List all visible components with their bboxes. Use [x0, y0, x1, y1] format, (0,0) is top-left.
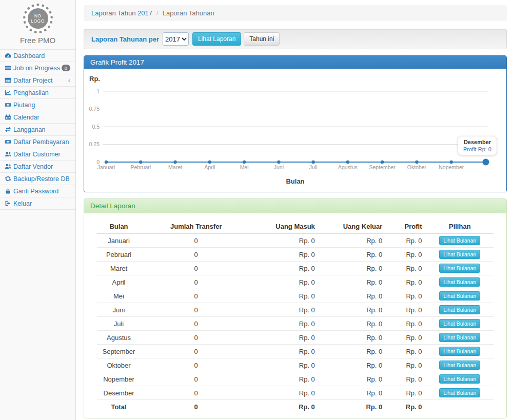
cell-uang-masuk: Rp. 0 [251, 386, 319, 400]
lihat-bulanan-button[interactable]: Lihat Bulanan [439, 333, 480, 342]
lock-icon [5, 188, 13, 194]
svg-text:September: September [369, 164, 396, 170]
sidebar-item-label: Daftar Pembayaran [13, 138, 70, 146]
cell-profit: Rp. 0 [386, 275, 426, 289]
lihat-bulanan-button[interactable]: Lihat Bulanan [439, 388, 480, 397]
cell-jumlah-transfer: 0 [141, 303, 251, 317]
cell-bulan: April [97, 275, 141, 289]
line-chart-icon [5, 89, 13, 96]
sidebar-item-daftar-vendor[interactable]: Daftar Vendor [0, 161, 75, 173]
tasks-icon [5, 65, 13, 71]
lihat-bulanan-button[interactable]: Lihat Bulanan [439, 291, 480, 301]
table-icon [5, 77, 13, 84]
main-content: Laporan Tahun 2017/Laporan Tahunan Lapor… [76, 0, 513, 420]
breadcrumb-link-laporan-tahun[interactable]: Laporan Tahun 2017 [91, 9, 152, 17]
lihat-bulanan-button[interactable]: Lihat Bulanan [439, 374, 480, 384]
sidebar-item-piutang[interactable]: Piutang [0, 99, 75, 111]
cell-jumlah-transfer: 0 [141, 317, 251, 331]
report-table: Bulan Jumlah Transfer Uang Masuk Uang Ke… [97, 219, 494, 413]
total-uang-masuk: Rp. 0 [251, 400, 319, 413]
cell-bulan: Agustus [97, 331, 141, 345]
svg-text:Nopember: Nopember [439, 164, 464, 170]
sidebar-item-calendar[interactable]: Calendar [0, 111, 75, 124]
cell-jumlah-transfer: 0 [141, 248, 251, 262]
lihat-bulanan-button[interactable]: Lihat Bulanan [439, 264, 480, 273]
svg-text:Agustus: Agustus [338, 164, 358, 170]
no-logo-badge: NO LOGO [23, 4, 53, 33]
svg-text:Oktober: Oktober [407, 164, 427, 170]
cell-uang-keluar: Rp. 0 [319, 248, 386, 262]
sidebar-item-backup-restore-db[interactable]: Backup/Restore DB [0, 173, 75, 185]
lihat-bulanan-button[interactable]: Lihat Bulanan [439, 319, 480, 328]
sidebar-item-ganti-password[interactable]: Ganti Password [0, 185, 75, 197]
table-row: Agustus 0 Rp. 0 Rp. 0 Rp. 0 Lihat Bulana… [97, 331, 494, 345]
logo-text-line1: NO [34, 13, 42, 18]
svg-text:Mei: Mei [240, 164, 249, 170]
svg-text:0.75: 0.75 [89, 106, 100, 112]
sidebar-item-keluar[interactable]: Keluar [0, 197, 75, 210]
profit-chart-canvas[interactable]: 10.750.50.250JanuariPebruariMaretAprilMe… [84, 69, 506, 175]
svg-text:Juli: Juli [309, 164, 318, 170]
total-jumlah-transfer: 0 [141, 400, 251, 413]
sidebar-item-penghasilan[interactable]: Penghasilan [0, 87, 75, 99]
sidebar-item-dashboard[interactable]: Dashboard [0, 50, 75, 62]
sidebar-item-label: Piutang [13, 102, 70, 109]
lihat-bulanan-button[interactable]: Lihat Bulanan [439, 236, 480, 245]
sidebar-item-daftar-customer[interactable]: Daftar Customer [0, 148, 75, 161]
cell-bulan: Juli [97, 317, 141, 331]
lihat-bulanan-button[interactable]: Lihat Bulanan [439, 250, 480, 259]
svg-text:1: 1 [96, 88, 100, 94]
logo-text-line2: LOGO [31, 18, 45, 24]
breadcrumb: Laporan Tahun 2017/Laporan Tahunan [84, 5, 507, 21]
col-header-uang-keluar: Uang Keluar [319, 219, 386, 234]
cell-uang-masuk: Rp. 0 [251, 317, 319, 331]
cell-jumlah-transfer: 0 [141, 345, 251, 358]
table-row: April 0 Rp. 0 Rp. 0 Rp. 0 Lihat Bulanan [97, 275, 494, 289]
users-icon [5, 151, 13, 157]
svg-text:Januari: Januari [97, 164, 115, 170]
total-uang-keluar: Rp. 0 [319, 400, 386, 413]
table-header-row: Bulan Jumlah Transfer Uang Masuk Uang Ke… [97, 219, 494, 234]
sidebar-item-langganan[interactable]: Langganan [0, 124, 75, 136]
cell-profit: Rp. 0 [386, 262, 426, 275]
lihat-bulanan-button[interactable]: Lihat Bulanan [439, 361, 480, 370]
table-row: Januari 0 Rp. 0 Rp. 0 Rp. 0 Lihat Bulana… [97, 234, 494, 248]
calendar-icon [5, 114, 13, 121]
cell-uang-masuk: Rp. 0 [251, 275, 319, 289]
cell-bulan: Nopember [97, 372, 141, 386]
lihat-bulanan-button[interactable]: Lihat Bulanan [439, 277, 480, 287]
money-icon [5, 138, 13, 145]
cell-uang-masuk: Rp. 0 [251, 262, 319, 275]
cell-uang-keluar: Rp. 0 [319, 303, 386, 317]
cell-uang-masuk: Rp. 0 [251, 248, 319, 262]
table-row: Maret 0 Rp. 0 Rp. 0 Rp. 0 Lihat Bulanan [97, 262, 494, 275]
total-label: Total [97, 400, 141, 413]
retweet-icon [5, 126, 13, 133]
cell-profit: Rp. 0 [386, 358, 426, 372]
year-select[interactable]: 2017 [163, 32, 189, 46]
svg-text:Pebruari: Pebruari [130, 164, 151, 170]
svg-text:0.25: 0.25 [89, 141, 100, 147]
sidebar-item-job-on-progress[interactable]: Job on Progress 0 [0, 62, 75, 74]
sidebar-item-label: Keluar [13, 200, 70, 207]
cell-jumlah-transfer: 0 [141, 262, 251, 275]
sidebar-item-label: Calendar [13, 114, 70, 121]
total-row: Total 0 Rp. 0 Rp. 0 Rp. 0 [97, 400, 494, 413]
lihat-bulanan-button[interactable]: Lihat Bulanan [439, 347, 480, 356]
lihat-bulanan-button[interactable]: Lihat Bulanan [439, 305, 480, 314]
cell-bulan: Juni [97, 303, 141, 317]
sidebar-item-daftar-project[interactable]: Daftar Project ‹ [0, 74, 75, 87]
cell-uang-keluar: Rp. 0 [319, 317, 386, 331]
cell-bulan: Desember [97, 386, 141, 400]
brand-name: Free PMO [0, 36, 75, 45]
cell-jumlah-transfer: 0 [141, 386, 251, 400]
lihat-laporan-button[interactable]: Lihat Laporan [192, 32, 241, 46]
tahun-ini-button[interactable]: Tahun ini [244, 32, 280, 46]
sidebar-item-label: Daftar Customer [13, 151, 70, 158]
svg-text:April: April [204, 164, 215, 170]
cell-jumlah-transfer: 0 [141, 372, 251, 386]
cell-jumlah-transfer: 0 [141, 289, 251, 303]
cell-uang-keluar: Rp. 0 [319, 386, 386, 400]
table-row: Oktober 0 Rp. 0 Rp. 0 Rp. 0 Lihat Bulana… [97, 358, 494, 372]
sidebar-item-daftar-pembayaran[interactable]: Daftar Pembayaran [0, 136, 75, 148]
